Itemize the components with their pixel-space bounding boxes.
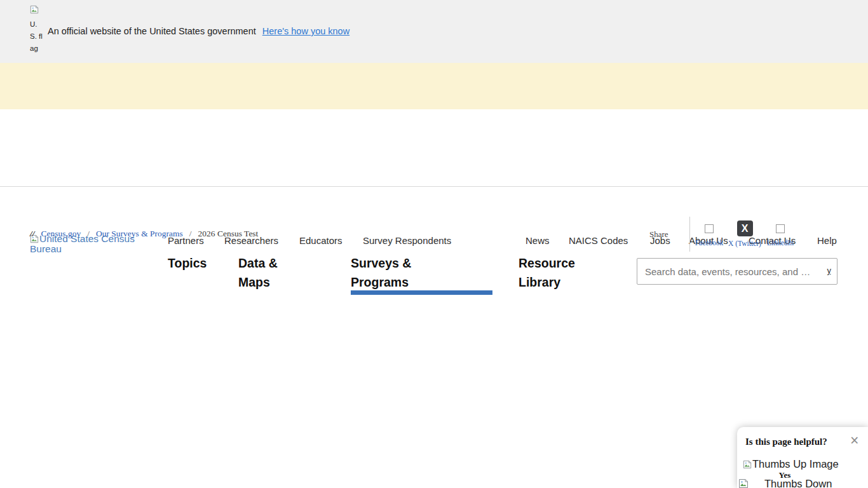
thumbs-up-button[interactable]: Thumbs Up Image xyxy=(743,458,839,470)
tab-resource-library[interactable]: Resource Library xyxy=(519,254,590,292)
share-divider xyxy=(689,217,690,252)
site-header: United States Census Bureau Partners Res… xyxy=(0,109,868,187)
breadcrumb-our-surveys-programs[interactable]: Our Surveys & Programs xyxy=(96,229,183,238)
share-facebook-button[interactable]: Facebook xyxy=(691,220,727,247)
broken-image-icon xyxy=(738,478,749,488)
thumbs-up-alt-text: Thumbs Up Image xyxy=(752,458,839,470)
search-box: ỵ xyxy=(637,258,837,285)
breadcrumb-separator: / xyxy=(87,229,90,238)
nav-naics-codes[interactable]: NAICS Codes xyxy=(569,235,628,246)
census-gov-page: U.S. flag An official website of the Uni… xyxy=(0,0,868,488)
flag-alt-text: U.S. flag xyxy=(30,18,43,55)
nav-help[interactable]: Help xyxy=(817,235,837,246)
tab-topics[interactable]: Topics xyxy=(168,254,207,273)
linkedin-label: LinkedIn xyxy=(767,239,794,247)
breadcrumb: //Census.gov/Our Surveys & Programs/2026… xyxy=(30,229,258,239)
share-linkedin-button[interactable]: LinkedIn xyxy=(763,220,798,247)
tab-surveys-programs[interactable]: Surveys & Programs xyxy=(351,254,430,292)
gov-banner: U.S. flag An official website of the Uni… xyxy=(0,0,868,63)
facebook-label: Facebook xyxy=(695,239,724,247)
weather-alert-banner: Weather Alert Major winter storm to brin… xyxy=(0,63,868,109)
linkedin-broken-icon xyxy=(776,224,785,233)
nav-news[interactable]: News xyxy=(526,235,550,246)
share-buttons: Facebook X X (Twitter) LinkedIn xyxy=(691,220,798,247)
feedback-close-icon[interactable]: × xyxy=(850,432,858,449)
breadcrumb-separator: / xyxy=(189,229,192,238)
official-website-text: An official website of the United States… xyxy=(48,26,349,36)
facebook-broken-icon xyxy=(705,224,714,233)
share-label: Share xyxy=(649,229,668,240)
x-twitter-label: X (Twitter) xyxy=(728,240,761,247)
x-twitter-icon: X xyxy=(737,220,753,236)
nav-educators[interactable]: Educators xyxy=(299,235,342,246)
broken-image-icon xyxy=(30,5,39,14)
thumbs-down-button[interactable]: Thumbs Down xyxy=(738,478,832,488)
page-helpful-widget: Is this page helpful? × Thumbs Up Image … xyxy=(737,427,868,488)
broken-image-icon xyxy=(743,460,752,469)
tab-data-and-maps[interactable]: Data & Maps xyxy=(238,254,289,292)
nav-survey-respondents[interactable]: Survey Respondents xyxy=(363,235,451,246)
search-icon[interactable]: ỵ xyxy=(827,266,832,275)
us-flag-broken-image: U.S. flag xyxy=(30,5,43,55)
search-input[interactable] xyxy=(637,258,837,285)
breadcrumb-prefix: // xyxy=(30,229,35,238)
thumbs-down-alt-text: Thumbs Down xyxy=(764,478,832,488)
active-tab-indicator xyxy=(351,290,492,295)
breadcrumb-current: 2026 Census Test xyxy=(198,229,259,238)
breadcrumb-census-gov[interactable]: Census.gov xyxy=(41,229,81,238)
share-x-twitter-button[interactable]: X X (Twitter) xyxy=(727,220,763,247)
heres-how-you-know-link[interactable]: Here's how you know xyxy=(262,26,349,36)
feedback-title: Is this page helpful? xyxy=(745,437,827,447)
